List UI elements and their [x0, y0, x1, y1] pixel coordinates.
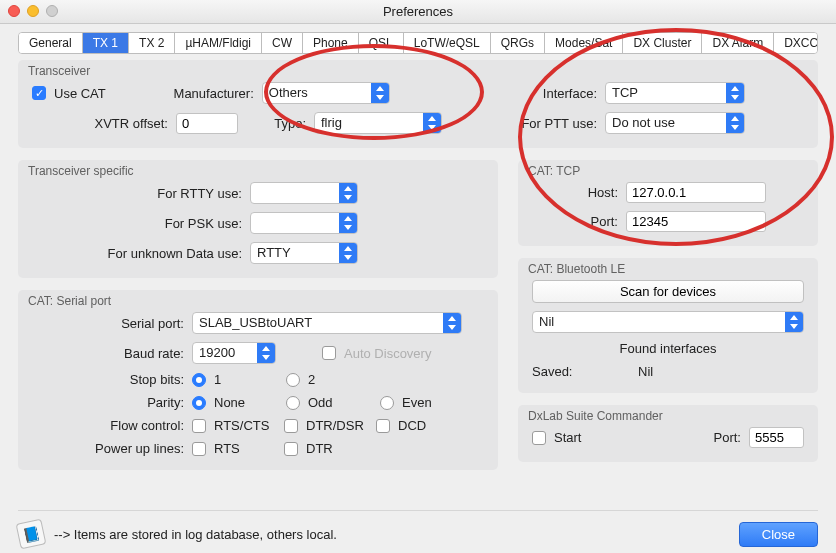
- for-psk-label: For PSK use:: [32, 216, 242, 231]
- fieldset-legend: CAT: Bluetooth LE: [528, 262, 625, 276]
- powerup-dtr-checkbox[interactable]: [284, 442, 298, 456]
- use-cat-label: Use CAT: [54, 86, 106, 101]
- use-cat-checkbox[interactable]: [32, 86, 46, 100]
- transceiver-specific-box: Transceiver specific For RTTY use: For P…: [18, 160, 498, 278]
- updown-icon: [257, 343, 275, 363]
- updown-icon: [423, 113, 441, 133]
- footer-text: --> Items are stored in log database, ot…: [54, 527, 337, 542]
- tab-tx-1[interactable]: TX 1: [83, 33, 129, 53]
- parity-label: Parity:: [32, 395, 184, 410]
- for-unknown-label: For unknown Data use:: [32, 246, 242, 261]
- auto-discovery-label: Auto Discovery: [344, 346, 431, 361]
- database-icon: 📘: [16, 519, 47, 550]
- tab-qsl[interactable]: QSL: [359, 33, 404, 53]
- flow-dtrdsr-checkbox[interactable]: [284, 419, 298, 433]
- updown-icon: [371, 83, 389, 103]
- for-ptt-label: For PTT use:: [502, 116, 597, 131]
- for-rtty-label: For RTTY use:: [32, 186, 242, 201]
- baud-rate-select[interactable]: 19200: [192, 342, 276, 364]
- found-interfaces-label: Found interfaces: [620, 341, 717, 356]
- stop-bits-1-radio[interactable]: [192, 373, 206, 387]
- fieldset-legend: Transceiver specific: [28, 164, 134, 178]
- for-ptt-select[interactable]: Do not use: [605, 112, 745, 134]
- for-rtty-select[interactable]: [250, 182, 358, 204]
- traffic-lights: [8, 5, 58, 17]
- stop-bits-label: Stop bits:: [32, 372, 184, 387]
- tcp-port-input[interactable]: [626, 211, 766, 232]
- cat-bluetooth-box: CAT: Bluetooth LE Scan for devices Nil F…: [518, 258, 818, 393]
- minimize-window-icon[interactable]: [27, 5, 39, 17]
- updown-icon: [726, 83, 744, 103]
- xvtr-offset-label: XVTR offset:: [50, 116, 168, 131]
- serial-port-select[interactable]: SLAB_USBtoUART: [192, 312, 462, 334]
- updown-icon: [785, 312, 803, 332]
- cat-serial-box: CAT: Serial port Serial port: SLAB_USBto…: [18, 290, 498, 470]
- updown-icon: [339, 183, 357, 203]
- stop-bits-2-radio[interactable]: [286, 373, 300, 387]
- ble-device-select[interactable]: Nil: [532, 311, 804, 333]
- dxlab-port-label: Port:: [714, 430, 741, 445]
- serial-port-label: Serial port:: [32, 316, 184, 331]
- tab-tx-2[interactable]: TX 2: [129, 33, 175, 53]
- dxlab-box: DxLab Suite Commander Start Port:: [518, 405, 818, 462]
- parity-odd-radio[interactable]: [286, 396, 300, 410]
- tab-qrgs[interactable]: QRGs: [491, 33, 545, 53]
- close-button[interactable]: Close: [739, 522, 818, 547]
- tab-modes-sat[interactable]: Modes/Sat: [545, 33, 623, 53]
- dxlab-start-label: Start: [554, 430, 581, 445]
- updown-icon: [726, 113, 744, 133]
- scan-devices-button[interactable]: Scan for devices: [532, 280, 804, 303]
- tab-dx-alarm[interactable]: DX Alarm: [702, 33, 774, 53]
- flow-rtscts-checkbox[interactable]: [192, 419, 206, 433]
- type-select[interactable]: flrig: [314, 112, 442, 134]
- ble-saved-label: Saved:: [532, 364, 590, 379]
- for-psk-select[interactable]: [250, 212, 358, 234]
- baud-rate-label: Baud rate:: [32, 346, 184, 361]
- zoom-window-icon: [46, 5, 58, 17]
- updown-icon: [339, 243, 357, 263]
- flow-dcd-checkbox[interactable]: [376, 419, 390, 433]
- fieldset-legend: CAT: TCP: [528, 164, 580, 178]
- updown-icon: [443, 313, 461, 333]
- manufacturer-label: Manufacturer:: [114, 86, 254, 101]
- for-unknown-select[interactable]: RTTY: [250, 242, 358, 264]
- parity-none-radio[interactable]: [192, 396, 206, 410]
- tab-dxcc[interactable]: DXCC: [774, 33, 818, 53]
- titlebar: Preferences: [0, 0, 836, 24]
- tcp-host-label: Host:: [532, 185, 618, 200]
- close-window-icon[interactable]: [8, 5, 20, 17]
- interface-select[interactable]: TCP: [605, 82, 745, 104]
- tab-phone[interactable]: Phone: [303, 33, 359, 53]
- dxlab-start-checkbox[interactable]: [532, 431, 546, 445]
- footer: 📘 --> Items are stored in log database, …: [18, 510, 818, 547]
- tab-bar: GeneralTX 1TX 2µHAM/FldigiCWPhoneQSLLoTW…: [18, 32, 818, 54]
- fieldset-legend: Transceiver: [28, 64, 90, 78]
- tab-lotw-eqsl[interactable]: LoTW/eQSL: [404, 33, 491, 53]
- powerup-label: Power up lines:: [32, 441, 184, 456]
- type-label: Type:: [246, 116, 306, 131]
- powerup-rts-checkbox[interactable]: [192, 442, 206, 456]
- fieldset-legend: DxLab Suite Commander: [528, 409, 663, 423]
- transceiver-box: Transceiver Use CAT Manufacturer: Others…: [18, 60, 818, 148]
- tcp-port-label: Port:: [532, 214, 618, 229]
- tab-general[interactable]: General: [19, 33, 83, 53]
- tab-dx-cluster[interactable]: DX Cluster: [623, 33, 702, 53]
- tcp-host-input[interactable]: [626, 182, 766, 203]
- tab-cw[interactable]: CW: [262, 33, 303, 53]
- updown-icon: [339, 213, 357, 233]
- fieldset-legend: CAT: Serial port: [28, 294, 111, 308]
- tab--ham-fldigi[interactable]: µHAM/Fldigi: [175, 33, 262, 53]
- cat-tcp-box: CAT: TCP Host: Port:: [518, 160, 818, 246]
- ble-saved-value: Nil: [638, 364, 653, 379]
- dxlab-port-input[interactable]: [749, 427, 804, 448]
- manufacturer-select[interactable]: Others: [262, 82, 390, 104]
- flow-control-label: Flow control:: [32, 418, 184, 433]
- parity-even-radio[interactable]: [380, 396, 394, 410]
- window-title: Preferences: [383, 4, 453, 19]
- xvtr-offset-input[interactable]: [176, 113, 238, 134]
- auto-discovery-checkbox: [322, 346, 336, 360]
- interface-label: Interface:: [502, 86, 597, 101]
